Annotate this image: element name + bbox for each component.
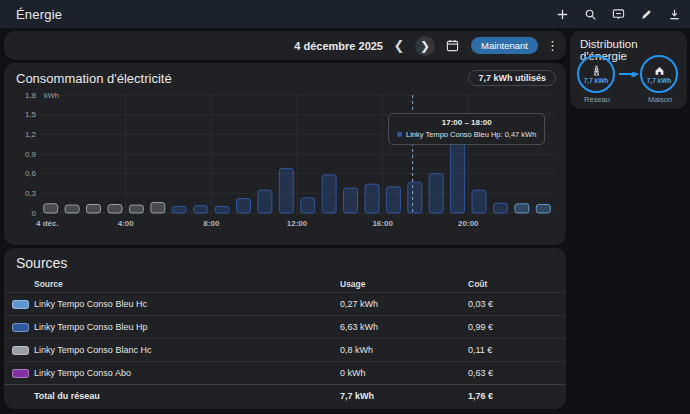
calendar-icon[interactable] xyxy=(443,36,463,56)
menu-dots-icon[interactable]: ⋮ xyxy=(546,38,558,53)
col-usage: Usage xyxy=(340,279,468,289)
svg-text:kWh: kWh xyxy=(44,91,59,100)
edit-icon[interactable] xyxy=(636,4,656,24)
svg-text:0,3: 0,3 xyxy=(25,189,37,198)
search-icon[interactable] xyxy=(580,4,600,24)
consumption-card: Consommation d'électricité 7,7 kWh utili… xyxy=(4,63,566,245)
grid-consumption-value: 7,7 kWh xyxy=(584,77,609,84)
transmission-tower-icon xyxy=(591,65,602,76)
series-swatch xyxy=(12,369,29,378)
svg-text:4 déc.: 4 déc. xyxy=(36,219,59,228)
source-name: Linky Tempo Conso Bleu Hp xyxy=(34,322,340,332)
grid-label: Réseau xyxy=(577,95,617,104)
col-source: Source xyxy=(34,279,340,289)
sources-table: Source Usage Coût Linky Tempo Conso Bleu… xyxy=(4,275,566,407)
chevron-left-icon[interactable]: ❮ xyxy=(391,39,407,52)
sources-title: Sources xyxy=(16,255,67,271)
table-total-row: Total du réseau 7,7 kWh 1,76 € xyxy=(4,384,566,407)
source-cost: 0,11 € xyxy=(468,345,558,355)
usage-badge: 7,7 kWh utilisés xyxy=(468,70,556,86)
tooltip-series-dot xyxy=(397,132,402,137)
series-swatch xyxy=(12,300,29,309)
page-title: Énergie xyxy=(16,7,62,22)
svg-text:1,8: 1,8 xyxy=(25,91,37,100)
svg-text:16:00: 16:00 xyxy=(372,219,393,228)
app-header: Énergie xyxy=(0,0,690,28)
date-picker-card: 4 décembre 2025 ❮ ❯ Maintenant ⋮ xyxy=(4,31,566,60)
source-name: Linky Tempo Conso Blanc Hc xyxy=(34,345,340,355)
energy-dashboard: Énergie 4 décembre 2025 ❮ ❯ Main xyxy=(0,0,690,414)
home-icon xyxy=(654,65,665,76)
header-actions xyxy=(552,0,690,28)
sources-card: Sources Source Usage Coût Linky Tempo Co… xyxy=(4,248,566,409)
svg-text:1,5: 1,5 xyxy=(25,110,37,119)
source-cost: 0,99 € xyxy=(468,322,558,332)
home-circle: 7,7 kWh xyxy=(640,55,678,93)
add-icon[interactable] xyxy=(552,4,572,24)
selected-date: 4 décembre 2025 xyxy=(294,40,383,52)
table-row[interactable]: Linky Tempo Conso Blanc Hc 0,8 kWh 0,11 … xyxy=(4,338,566,361)
consumption-title: Consommation d'électricité xyxy=(16,71,172,86)
assist-icon[interactable] xyxy=(608,4,628,24)
source-cost: 0,63 € xyxy=(468,368,558,378)
home-label: Maison xyxy=(640,95,680,104)
table-row[interactable]: Linky Tempo Conso Bleu Hp 6,63 kWh 0,99 … xyxy=(4,315,566,338)
table-header: Source Usage Coût xyxy=(4,275,566,292)
col-cost: Coût xyxy=(468,279,558,289)
source-usage: 0 kWh xyxy=(340,368,468,378)
source-cost: 0,03 € xyxy=(468,299,558,309)
grid-to-home-flow-line xyxy=(619,73,638,75)
flow-dot xyxy=(631,72,636,77)
home-node[interactable]: 7,7 kWh Maison xyxy=(640,55,680,104)
tooltip-time-range: 17:00 – 18:00 xyxy=(397,118,536,127)
svg-text:0,9: 0,9 xyxy=(25,150,37,159)
tooltip-series-value: Linky Tempo Conso Bleu Hp: 0,47 kWh xyxy=(406,130,536,139)
total-cost: 1,76 € xyxy=(468,391,558,401)
consumption-bar-chart[interactable]: 00,30,60,91,21,51,8kWh4 déc.4:008:0012:0… xyxy=(10,89,560,239)
home-consumption-value: 7,7 kWh xyxy=(647,77,672,84)
svg-text:1,2: 1,2 xyxy=(25,130,37,139)
table-row[interactable]: Linky Tempo Conso Abo 0 kWh 0,63 € xyxy=(4,361,566,384)
download-icon[interactable] xyxy=(664,4,684,24)
chevron-right-icon[interactable]: ❯ xyxy=(415,36,435,56)
source-usage: 0,27 kWh xyxy=(340,299,468,309)
series-swatch xyxy=(12,323,29,332)
chart-tooltip: 17:00 – 18:00 Linky Tempo Conso Bleu Hp:… xyxy=(388,113,545,145)
svg-text:8:00: 8:00 xyxy=(203,219,220,228)
table-row[interactable]: Linky Tempo Conso Bleu Hc 0,27 kWh 0,03 … xyxy=(4,292,566,315)
distribution-card: Distribution d'énergie 7,7 kWh Réseau 7,… xyxy=(570,31,687,109)
total-usage: 7,7 kWh xyxy=(340,391,468,401)
grid-node[interactable]: 7,7 kWh Réseau xyxy=(577,55,617,104)
svg-text:0: 0 xyxy=(32,209,37,218)
svg-text:4:00: 4:00 xyxy=(118,219,135,228)
source-name: Linky Tempo Conso Abo xyxy=(34,368,340,378)
source-usage: 6,63 kWh xyxy=(340,322,468,332)
now-button[interactable]: Maintenant xyxy=(471,37,538,54)
svg-text:20:00: 20:00 xyxy=(458,219,479,228)
svg-text:12:00: 12:00 xyxy=(287,219,308,228)
total-label: Total du réseau xyxy=(34,391,340,401)
source-name: Linky Tempo Conso Bleu Hc xyxy=(34,299,340,309)
svg-text:0,6: 0,6 xyxy=(25,169,37,178)
grid-circle: 7,7 kWh xyxy=(577,55,615,93)
series-swatch xyxy=(12,346,29,355)
source-usage: 0,8 kWh xyxy=(340,345,468,355)
